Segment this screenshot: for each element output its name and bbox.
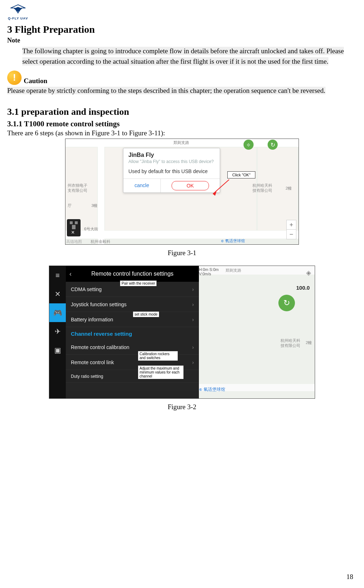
figure-3-1: 郑则支路 州衣猫电子 支有限公司 厅 3幢 杭州哈天科 技有限公司 2幢 6号大… [65, 139, 299, 245]
intro-text: There are 6 steps (as shown in Figure 3-… [7, 129, 357, 137]
usb-permission-dialog: JinBa Fly Allow "Jinba Fly" to access th… [123, 148, 220, 193]
chevron-right-icon: › [192, 317, 194, 322]
back-icon[interactable]: ‹ [69, 270, 72, 278]
zoom-in-button[interactable]: + [287, 220, 296, 230]
map-road-label: 郑则支路 [173, 140, 189, 145]
figure-3-2: 郑则支路 杭州哈天科 技有限公司 2幢 ⊕ 氧适堡球馆 ≡ ✕ 🎮 ✈ ▣ ‹ … [49, 266, 315, 399]
dialog-subtitle: Allow "Jinba Fly" to access this USB dev… [128, 159, 215, 164]
map-watermark: 高德地图 [66, 239, 82, 244]
map-poi: 厅 [68, 203, 72, 208]
sidebar-item-general[interactable]: ≡ [49, 266, 66, 285]
caution-body: Please operate by strictly conforming to… [7, 86, 357, 96]
dialog-message: Used by default for this USB device [123, 166, 220, 178]
note-body: The following chapter is going to introd… [22, 46, 357, 67]
page-number: 18 [346, 573, 353, 581]
caution-icon: ! [7, 71, 22, 85]
chevron-right-icon: › [192, 344, 194, 350]
map-poi: 技有限公司 [252, 188, 272, 193]
sidebar-item-aircraft[interactable]: ✕ [49, 285, 66, 303]
svg-line-0 [213, 180, 229, 194]
caution-row: ! Caution [7, 71, 357, 85]
callout-adjust: Adjust the maximum and minimum values fo… [138, 365, 184, 379]
map-poi: 2幢 [286, 186, 292, 191]
settings-sidebar: ≡ ✕ 🎮 ✈ ▣ [49, 266, 66, 398]
menu-section-channel-reverse: Channel reverse setting [66, 327, 199, 340]
map-poi: 杭州金毅科 [91, 239, 110, 244]
sidebar-item-remote[interactable]: 🎮 [49, 303, 66, 322]
zoom-out-button[interactable]: − [287, 230, 296, 239]
callout-stick: set stick mode [133, 311, 159, 317]
zoom-control[interactable]: + − [286, 220, 296, 239]
chevron-right-icon: › [192, 359, 194, 365]
subsection-3-1: 3.1 preparation and inspection [7, 107, 357, 117]
menu-item-battery[interactable]: Battery information› [66, 312, 199, 327]
ok-button[interactable]: OK [172, 181, 209, 190]
wifi-icon: ◈ [306, 269, 311, 277]
dialog-title: JinBa Fly [128, 152, 215, 158]
menu-item-calibration[interactable]: Remote control calibration› [66, 340, 199, 355]
arrow-icon [209, 178, 231, 196]
note-label: Note [7, 37, 357, 44]
drone-logo-icon [10, 4, 26, 16]
section-title: 3 Flight Preparation [7, 24, 357, 35]
figure-3-1-caption: Figure 3-1 [7, 249, 357, 257]
callout-pair: Pair with the receiver [120, 280, 157, 286]
menu-header: ‹ Remote control function settings [66, 266, 199, 282]
map-poi: 3幢 [91, 203, 97, 208]
map-poi: 支有限公司 [68, 188, 87, 193]
sidebar-item-spray[interactable]: ▣ [49, 341, 66, 359]
brand-text: Q-FLY UAV [8, 17, 28, 20]
map-road-label: 6号大街 [84, 226, 98, 232]
map-poi: 州衣猫电子 [68, 183, 87, 188]
chevron-right-icon: › [192, 286, 194, 292]
usb-device-icon [67, 219, 81, 236]
map-poi: ⊕ 氧适堡球馆 [221, 238, 245, 244]
map-poi: 杭州哈天科 [252, 183, 272, 188]
flight-stats: H:0m S:0m V:0m/s [199, 267, 219, 276]
figure-3-2-caption: Figure 3-2 [7, 403, 357, 411]
percentage-value: 100.0 [296, 285, 310, 291]
cancel-button[interactable]: cancle [123, 179, 161, 193]
brand-logo: Q-FLY UAV [7, 4, 29, 20]
subsection-3-1-1: 3.1.1 T1000 remote control settings [7, 119, 357, 128]
callout-click-ok: Click "OK" [227, 171, 255, 178]
menu-item-joystick[interactable]: Joystick function settings› [66, 297, 199, 312]
menu-title: Remote control function settings [91, 271, 174, 277]
map-poi: ⊕ 氧适堡球馆 [199, 386, 225, 393]
callout-calibration: Calibration rockers and switches [138, 351, 178, 361]
caution-label: Caution [24, 77, 47, 85]
sidebar-item-flight[interactable]: ✈ [49, 322, 66, 341]
chevron-right-icon: › [192, 302, 194, 307]
